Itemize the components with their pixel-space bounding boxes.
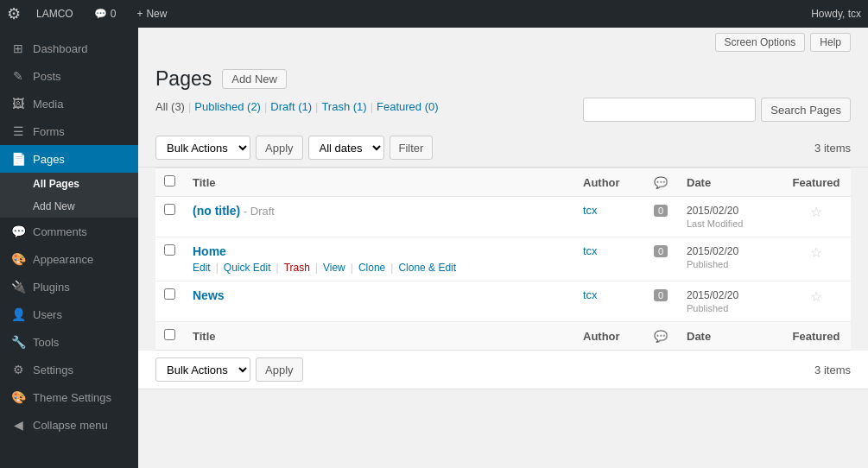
sidebar-item-label: Forms <box>33 125 65 138</box>
row-checkbox-3[interactable] <box>164 288 175 300</box>
comment-bubble-icon-footer: 💬 <box>654 330 668 343</box>
filter-draft[interactable]: Draft (1) <box>270 100 312 113</box>
add-new-button[interactable]: Add New <box>222 69 287 89</box>
new-content-link[interactable]: + New <box>131 0 172 28</box>
search-area: Search Pages <box>583 98 851 122</box>
wp-logo-icon[interactable]: ⚙ <box>7 4 21 23</box>
comment-count-3: 0 <box>654 289 668 301</box>
sidebar-item-label: Pages <box>33 153 65 166</box>
featured-star-1[interactable]: ☆ <box>810 205 822 219</box>
table-row: Home Edit | Quick Edit | Trash | View | … <box>155 237 851 281</box>
sidebar-item-label: Theme Settings <box>33 391 111 404</box>
row-checkbox-2[interactable] <box>164 244 175 256</box>
select-all-header <box>155 168 184 197</box>
author-link-2[interactable]: tcx <box>583 244 598 257</box>
bulk-actions-select-bottom[interactable]: Bulk Actions <box>155 357 250 382</box>
sidebar-item-forms[interactable]: ☰ Forms <box>0 117 138 145</box>
site-name-link[interactable]: LAMCO <box>31 0 79 28</box>
sidebar-item-appearance[interactable]: 🎨 Appearance <box>0 245 138 273</box>
sidebar-item-tools[interactable]: 🔧 Tools <box>0 328 138 356</box>
filter-all[interactable]: All (3) <box>155 100 185 113</box>
sidebar-collapse-button[interactable]: ◀ Collapse menu <box>0 411 138 439</box>
sidebar: ⊞ Dashboard ✎ Posts 🖼 Media ☰ Forms 📄 Pa… <box>0 28 138 468</box>
sidebar-item-media[interactable]: 🖼 Media <box>0 90 138 117</box>
select-all-checkbox[interactable] <box>164 175 175 187</box>
top-controls-row: Bulk Actions Apply All dates Filter 3 it… <box>138 129 868 168</box>
comment-count-2: 0 <box>654 245 668 257</box>
sidebar-item-label: Posts <box>33 70 61 83</box>
author-link-1[interactable]: tcx <box>583 204 598 217</box>
page-title-link-2[interactable]: Home <box>193 244 226 258</box>
search-pages-button[interactable]: Search Pages <box>761 98 851 122</box>
dates-select[interactable]: All dates <box>308 136 384 160</box>
pages-table: Title Author 💬 Date Featured <box>155 168 851 351</box>
filter-published[interactable]: Published (2) <box>194 100 261 113</box>
sidebar-item-dashboard[interactable]: ⊞ Dashboard <box>0 35 138 62</box>
featured-star-3[interactable]: ☆ <box>810 289 822 304</box>
sidebar-item-label: Users <box>33 308 62 321</box>
sidebar-item-pages[interactable]: 📄 Pages <box>0 145 138 173</box>
apply-button-top[interactable]: Apply <box>256 136 303 160</box>
sidebar-item-users[interactable]: 👤 Users <box>0 300 138 328</box>
edit-action-2[interactable]: Edit <box>193 262 211 274</box>
title-header: Title <box>184 168 574 197</box>
comment-header: 💬 <box>643 168 678 197</box>
sidebar-item-comments[interactable]: 💬 Comments <box>0 218 138 245</box>
pages-icon: 📄 <box>10 152 26 166</box>
title-footer: Title <box>184 322 574 351</box>
sidebar-item-label: Media <box>33 98 63 111</box>
featured-header: Featured <box>782 168 851 197</box>
users-icon: 👤 <box>10 307 26 321</box>
dashboard-icon: ⊞ <box>10 41 26 55</box>
comments-link[interactable]: 💬 0 <box>89 0 122 28</box>
sidebar-item-plugins[interactable]: 🔌 Plugins <box>0 273 138 300</box>
view-action-2[interactable]: View <box>323 262 345 274</box>
sidebar-item-theme-settings[interactable]: 🎨 Theme Settings <box>0 383 138 411</box>
sidebar-item-label: Plugins <box>33 281 70 294</box>
clone-edit-action-2[interactable]: Clone & Edit <box>398 262 456 274</box>
row-checkbox-1[interactable] <box>164 204 175 215</box>
page-title: Pages <box>155 67 212 91</box>
help-button[interactable]: Help <box>810 33 851 52</box>
apply-button-bottom[interactable]: Apply <box>256 357 303 382</box>
select-all-checkbox-footer[interactable] <box>164 329 175 340</box>
admin-bar-right: Howdy, tcx <box>811 8 861 20</box>
trash-action-2[interactable]: Trash <box>284 262 310 274</box>
page-title-link-3[interactable]: News <box>193 288 225 302</box>
quick-edit-action-2[interactable]: Quick Edit <box>224 262 271 274</box>
search-input[interactable] <box>583 98 756 122</box>
date-1: 2015/02/20 <box>687 205 738 217</box>
bulk-actions-select-top[interactable]: Bulk Actions <box>155 136 250 160</box>
filter-button[interactable]: Filter <box>390 136 434 160</box>
page-title-row: Pages Add New <box>155 67 851 91</box>
plugins-icon: 🔌 <box>10 280 26 294</box>
table-row: (no title) - Draft tcx 0 2015/02/20 Last… <box>155 197 851 237</box>
page-title-link-1[interactable]: (no title) <box>193 204 240 218</box>
date-2: 2015/02/20 <box>687 245 738 257</box>
sidebar-sub-add-new[interactable]: Add New <box>26 195 138 218</box>
sidebar-item-settings[interactable]: ⚙ Settings <box>0 356 138 383</box>
clone-action-2[interactable]: Clone <box>358 262 385 274</box>
admin-bar: ⚙ LAMCO 💬 0 + New Howdy, tcx <box>0 0 868 28</box>
bottom-controls-row: Bulk Actions Apply 3 items <box>138 351 868 389</box>
date-status-2: Published <box>687 259 728 269</box>
comment-bubble-icon: 💬 <box>654 176 668 189</box>
layout: ⊞ Dashboard ✎ Posts 🖼 Media ☰ Forms 📄 Pa… <box>0 28 868 468</box>
page-status-1: - Draft <box>244 205 275 218</box>
sidebar-item-label: Dashboard <box>33 42 88 55</box>
select-all-footer <box>155 322 184 351</box>
items-count-top: 3 items <box>814 142 851 155</box>
filter-featured[interactable]: Featured (0) <box>377 100 439 113</box>
sidebar-sub-all-pages[interactable]: All Pages <box>26 173 138 195</box>
comment-footer: 💬 <box>643 322 678 351</box>
screen-options-button[interactable]: Screen Options <box>715 33 806 52</box>
featured-footer: Featured <box>782 322 851 351</box>
author-link-3[interactable]: tcx <box>583 288 598 301</box>
date-status-1: Last Modified <box>687 218 743 229</box>
filter-trash[interactable]: Trash (1) <box>321 100 366 113</box>
date-footer: Date <box>678 322 782 351</box>
user-greeting[interactable]: Howdy, tcx <box>811 8 861 20</box>
media-icon: 🖼 <box>10 97 26 111</box>
sidebar-item-posts[interactable]: ✎ Posts <box>0 62 138 90</box>
featured-star-2[interactable]: ☆ <box>810 245 822 260</box>
